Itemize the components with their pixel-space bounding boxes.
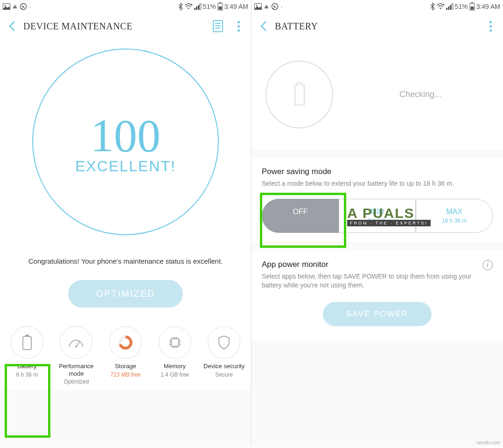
category-label: Performance mode bbox=[53, 363, 99, 377]
document-icon[interactable] bbox=[213, 20, 223, 32]
power-saving-mode-section: Power saving mode Select a mode below to… bbox=[251, 158, 503, 242]
checking-text: Checking... bbox=[347, 90, 494, 99]
svg-line-13 bbox=[76, 341, 80, 347]
svg-point-1 bbox=[5, 5, 6, 6]
score-value: 100 bbox=[91, 109, 161, 162]
category-label: Device security bbox=[203, 363, 245, 370]
psm-option-max[interactable]: MAX 18 h 36 m bbox=[416, 199, 493, 233]
psm-option-label: MAX bbox=[419, 208, 490, 216]
storage-donut-icon bbox=[118, 335, 133, 350]
signal-icon bbox=[446, 3, 454, 10]
app-bar: BATTERY bbox=[251, 13, 503, 39]
svg-point-3 bbox=[188, 8, 189, 9]
wifi-icon bbox=[184, 3, 193, 10]
screen-battery: · 51% 3:49 AM BATTERY Checking... bbox=[251, 0, 503, 447]
battery-outline-icon bbox=[290, 82, 309, 107]
screen-device-maintenance: · 51% 3:49 AM DEVICE MAINTENANCE 100 EX bbox=[0, 0, 251, 447]
info-icon[interactable]: i bbox=[482, 260, 493, 270]
battery-icon bbox=[469, 2, 475, 11]
svg-rect-38 bbox=[471, 2, 473, 3]
category-label: Battery bbox=[17, 363, 36, 370]
back-button[interactable] bbox=[6, 20, 19, 33]
category-row: Battery 6 h 36 m Performance mode Optimi… bbox=[0, 322, 251, 390]
apm-desc: Select apps below, then tap SAVE POWER t… bbox=[262, 272, 493, 290]
watermark-text: wsxdn.com bbox=[477, 440, 500, 445]
category-storage[interactable]: Storage 723 MB free bbox=[102, 326, 149, 385]
chip-icon bbox=[168, 336, 182, 350]
battery-percent: 51% bbox=[455, 3, 468, 10]
svg-rect-11 bbox=[23, 336, 31, 350]
bluetooth-icon bbox=[178, 3, 183, 10]
category-performance[interactable]: Performance mode Optimized bbox=[53, 326, 99, 385]
svg-rect-4 bbox=[194, 8, 196, 10]
gallery-icon bbox=[254, 3, 262, 10]
score-message: Congratulations! Your phone's maintenanc… bbox=[9, 256, 242, 266]
more-options-button[interactable] bbox=[483, 21, 497, 32]
battery-scan-section: Checking... bbox=[251, 40, 503, 149]
psm-options-row: OFF MID 8 h 7 m MAX 18 h 36 m bbox=[262, 199, 493, 233]
battery-icon bbox=[21, 335, 33, 350]
gauge-icon bbox=[68, 336, 84, 349]
page-title: BATTERY bbox=[275, 21, 483, 32]
play-icon bbox=[13, 5, 17, 8]
battery-percent: 51% bbox=[203, 3, 216, 10]
app-bar: DEVICE MAINTENANCE bbox=[0, 13, 251, 39]
category-sub: Optimized bbox=[63, 378, 89, 385]
play-icon bbox=[264, 5, 269, 8]
svg-rect-34 bbox=[448, 7, 449, 10]
clock-time: 3:49 AM bbox=[476, 3, 500, 10]
status-bar: · 51% 3:49 AM bbox=[251, 0, 503, 13]
psm-desc: Select a mode below to extend your batte… bbox=[262, 179, 493, 189]
shield-icon bbox=[218, 335, 230, 350]
svg-rect-36 bbox=[452, 4, 453, 10]
category-battery[interactable]: Battery 6 h 36 m bbox=[4, 326, 50, 385]
svg-point-32 bbox=[440, 8, 441, 9]
page-title: DEVICE MAINTENANCE bbox=[23, 21, 213, 32]
svg-rect-33 bbox=[446, 8, 447, 10]
category-security[interactable]: Device security Secure bbox=[201, 326, 247, 385]
svg-rect-7 bbox=[200, 4, 201, 10]
optimized-button[interactable]: OPTIMIZED bbox=[68, 280, 183, 308]
svg-rect-10 bbox=[218, 7, 222, 10]
psm-option-sub: 8 h 7 m bbox=[342, 217, 413, 224]
back-button[interactable] bbox=[257, 20, 270, 33]
psm-option-mid[interactable]: MID 8 h 7 m bbox=[339, 199, 416, 233]
category-sub: Secure bbox=[215, 371, 233, 378]
category-memory[interactable]: Memory 1.4 GB free bbox=[152, 326, 198, 385]
dot-icon: · bbox=[281, 3, 283, 10]
psm-option-label: MID bbox=[342, 208, 413, 216]
whatsapp-icon bbox=[271, 3, 279, 10]
category-label: Memory bbox=[164, 363, 186, 370]
score-word: EXCELLENT! bbox=[75, 158, 176, 175]
psm-option-sub: 18 h 36 m bbox=[419, 217, 490, 224]
save-power-button[interactable]: SAVE POWER bbox=[323, 302, 432, 326]
bluetooth-icon bbox=[430, 3, 435, 10]
score-circle: 100 EXCELLENT! bbox=[32, 49, 219, 235]
svg-point-30 bbox=[256, 5, 258, 6]
svg-rect-12 bbox=[25, 335, 29, 336]
svg-point-14 bbox=[75, 346, 77, 348]
svg-rect-6 bbox=[198, 5, 199, 10]
dot-icon: · bbox=[29, 3, 31, 10]
svg-rect-9 bbox=[219, 2, 221, 3]
more-options-button[interactable] bbox=[231, 21, 245, 32]
gallery-icon bbox=[3, 3, 10, 10]
psm-title: Power saving mode bbox=[262, 167, 493, 176]
psm-option-off[interactable]: OFF bbox=[262, 199, 339, 233]
svg-rect-16 bbox=[171, 339, 179, 346]
signal-icon bbox=[194, 3, 202, 10]
clock-time: 3:49 AM bbox=[224, 3, 248, 10]
category-sub: 723 MB free bbox=[110, 371, 140, 378]
category-sub: 6 h 36 m bbox=[16, 371, 38, 378]
status-bar: · 51% 3:49 AM bbox=[0, 0, 251, 13]
svg-rect-35 bbox=[450, 5, 451, 10]
apm-title: App power monitor bbox=[262, 260, 493, 269]
scan-circle bbox=[265, 61, 333, 128]
whatsapp-icon bbox=[20, 3, 27, 10]
app-power-monitor-section: i App power monitor Select apps below, t… bbox=[251, 251, 503, 340]
psm-option-label: OFF bbox=[265, 208, 336, 216]
wifi-icon bbox=[436, 3, 445, 10]
category-sub: 1.4 GB free bbox=[161, 371, 189, 378]
category-label: Storage bbox=[115, 363, 136, 370]
svg-rect-5 bbox=[196, 7, 197, 10]
